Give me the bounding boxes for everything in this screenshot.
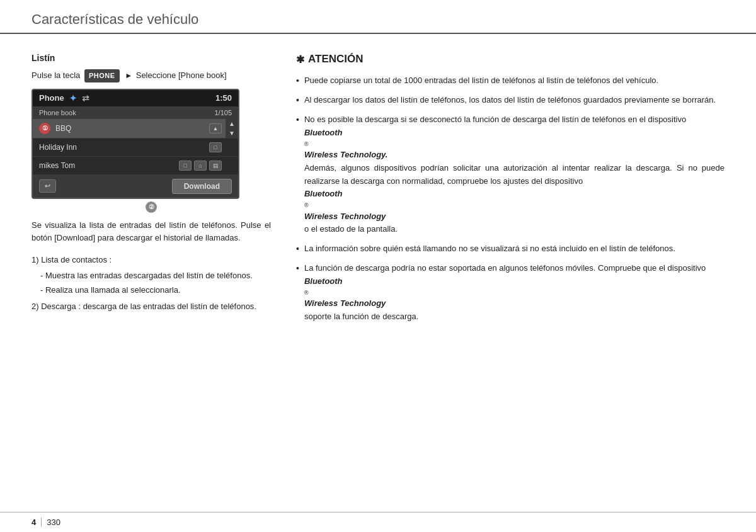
phone-screen-mockup: Phone ✦ ⇄ 1:50 Phone book 1/105 ① BBQ ▲ [32, 89, 239, 199]
bullet-text-4: La información sobre quién está llamando… [304, 242, 675, 256]
bullet-text-2: Al descargar los datos del listín de tel… [304, 94, 716, 107]
scroll-bar[interactable]: ▲ ▼ [226, 119, 238, 138]
scroll-up-icon[interactable]: ▲ [229, 120, 235, 127]
attention-list: Puede copiarse un total de 1000 entradas… [296, 74, 724, 324]
row-action-icons-2: □ [209, 142, 222, 152]
page-footer: 4 330 [0, 512, 756, 532]
contact-name-bbq: BBQ [55, 124, 209, 133]
phone-bottombar: ↩ Download [33, 175, 238, 198]
doc-icon: ▤ [209, 161, 222, 171]
list-item-1-label: 1) Lista de contactos : [32, 254, 271, 267]
bullet-item-3: No es posible la descarga si se desconec… [296, 113, 724, 236]
topbar-left: Phone ✦ ⇄ [39, 93, 89, 103]
up-icon: ▲ [209, 123, 222, 133]
marker-2: ② [32, 201, 271, 213]
bullet-text-5: La función de descarga podría no estar s… [304, 262, 706, 324]
scroll-down-icon[interactable]: ▼ [229, 130, 235, 137]
page-title: Características de vehículo [32, 11, 198, 27]
phone-subbar: Phone book 1/105 [33, 106, 238, 119]
back-button[interactable]: ↩ [39, 179, 56, 193]
row-action-icons: ▲ [209, 123, 222, 133]
contact-name-mikestom: mikes Tom [39, 161, 179, 170]
phone-button-label: PHONE [84, 69, 120, 82]
phonebook-label: Phone book [39, 109, 76, 116]
right-column: ✱ ATENCIÓN Puede copiarse un total de 10… [296, 53, 724, 330]
circle-marker-1: ① [39, 123, 50, 134]
page-number: 330 [47, 518, 60, 527]
bullet-item-5: La función de descarga podría no estar s… [296, 262, 724, 324]
attention-title: ATENCIÓN [308, 53, 364, 65]
bluetooth-icon: ✦ [69, 93, 77, 103]
description-text: Se visualiza la lista de entradas del li… [32, 219, 271, 246]
arrow-icon: ► [125, 70, 132, 81]
clock-display: 1:50 [215, 93, 232, 103]
chapter-number: 4 [32, 518, 42, 527]
row-action-icons-3: □ ⌂ ▤ [179, 161, 222, 171]
contact-name-holidayinn: Holiday Inn [39, 143, 209, 152]
bullet-item-2: Al descargar los datos del listín de tel… [296, 94, 724, 107]
transfer-icon: ⇄ [82, 93, 89, 103]
phone-icon: □ [179, 161, 192, 171]
circle-marker-2: ② [146, 201, 157, 213]
list-item-2-label: 2) Descarga : descarga de las entradas d… [32, 300, 271, 314]
phone-row-mikestom[interactable]: mikes Tom □ ⌂ ▤ [33, 157, 238, 175]
instruction-text: Pulse la tecla [32, 71, 80, 80]
phone-screen-title: Phone [39, 93, 64, 103]
square-icon: □ [209, 142, 222, 152]
bullet-text-3: No es posible la descarga si se desconec… [304, 113, 724, 236]
phone-row-holidayinn[interactable]: Holiday Inn □ [33, 139, 238, 157]
page-header: Características de vehículo [0, 0, 756, 34]
list-item-1-sub1: - Muestra las entradas descargadas del l… [40, 269, 271, 283]
back-icon: ↩ [45, 182, 50, 190]
attention-heading: ✱ ATENCIÓN [296, 53, 724, 65]
list-item-1-sub2: - Realiza una llamada al seleccionarla. [40, 284, 271, 297]
phone-topbar: Phone ✦ ⇄ 1:50 [33, 90, 238, 106]
home-icon: ⌂ [194, 161, 207, 171]
bullet-item-1: Puede copiarse un total de 1000 entradas… [296, 74, 724, 88]
instruction-line: Pulse la tecla PHONE ► Seleccione [Phone… [32, 69, 271, 82]
instruction-end: Seleccione [Phone book] [136, 71, 227, 80]
download-label: Download [184, 182, 220, 191]
left-column: Listín Pulse la tecla PHONE ► Seleccione… [32, 53, 271, 330]
list-section: 1) Lista de contactos : - Muestra las en… [32, 254, 271, 314]
main-content: Listín Pulse la tecla PHONE ► Seleccione… [0, 34, 756, 342]
entry-count: 1/105 [214, 109, 232, 116]
bullet-item-4: La información sobre quién está llamando… [296, 242, 724, 256]
download-button[interactable]: Download [172, 179, 232, 194]
star-icon: ✱ [296, 54, 304, 65]
bullet-text-1: Puede copiarse un total de 1000 entradas… [304, 74, 658, 88]
section-heading: Listín [32, 53, 271, 63]
phone-row-bbq[interactable]: ① BBQ ▲ ▲ ▼ [33, 119, 238, 139]
